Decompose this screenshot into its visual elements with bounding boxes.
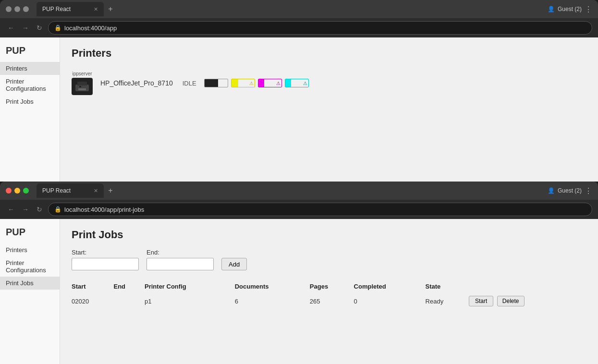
end-field-group: End: — [146, 249, 214, 270]
top-app-area: PUP Printers Printer Configurations Prin… — [0, 37, 598, 182]
sidebar-item-printers-top[interactable]: Printers — [0, 62, 60, 75]
add-button[interactable]: Add — [221, 258, 247, 270]
ink-bar-yellow: ⚠ — [231, 79, 255, 87]
back-btn-bottom[interactable]: ← — [6, 204, 16, 215]
top-addressbar: ← → ↻ 🔒 localhost:4000/app — [0, 18, 598, 37]
cell-actions: Start Delete — [469, 293, 586, 309]
ink-bar-black — [204, 79, 228, 87]
start-button[interactable]: Start — [469, 296, 493, 306]
printer-svg — [74, 81, 90, 92]
account-icon: 👤 — [548, 6, 555, 12]
traffic-lights-bottom — [6, 188, 29, 194]
printer-icon-container: ippserver — [72, 71, 93, 95]
printer-card: ippserver HP_OfficeJet_Pro_8710 IDLE — [72, 67, 586, 99]
col-documents: Documents — [235, 280, 310, 293]
ink-bar-cyan: ⚠ — [285, 79, 309, 87]
bottom-titlebar: PUP React ✕ + 👤 Guest (2) ⋮ — [0, 182, 598, 200]
maximize-dot — [23, 6, 29, 12]
printer-name: HP_OfficeJet_Pro_8710 — [100, 79, 173, 87]
new-tab-top[interactable]: + — [104, 2, 117, 16]
bottom-sidebar-nav: Printers Printer Configurations Print Jo… — [0, 243, 60, 290]
sidebar-item-print-jobs-bottom[interactable]: Print Jobs — [0, 277, 60, 290]
ippserver-label: ippserver — [72, 71, 92, 76]
minimize-light[interactable] — [14, 188, 20, 194]
account-area-bottom: 👤 Guest (2) ⋮ — [548, 186, 592, 195]
delete-button[interactable]: Delete — [497, 296, 525, 306]
ink-bars: ⚠ ⚠ ⚠ — [204, 79, 309, 87]
tab-pup-react-top[interactable]: PUP React ✕ — [37, 2, 104, 16]
tab-bar: PUP React ✕ + — [37, 2, 117, 16]
tab-title-top: PUP React — [42, 6, 71, 12]
address-text-bottom: localhost:4000/app/print-jobs — [64, 206, 144, 213]
close-light[interactable] — [6, 188, 12, 194]
traffic-lights-top — [6, 6, 29, 12]
account-label-top: Guest (2) — [558, 6, 582, 12]
tab-close-bottom[interactable]: ✕ — [94, 188, 98, 194]
bottom-main-content: Print Jobs Start: End: Add Start — [60, 219, 598, 364]
svg-rect-2 — [78, 88, 86, 90]
top-sidebar: PUP Printers Printer Configurations Prin… — [0, 37, 60, 182]
col-start: Start — [72, 280, 114, 293]
top-main-content: Printers ippserver HP_OfficeJet_Pro_8710 — [60, 37, 598, 182]
top-titlebar: PUP React ✕ + 👤 Guest (2) ⋮ — [0, 0, 598, 18]
top-browser-window: PUP React ✕ + 👤 Guest (2) ⋮ ← → ↻ 🔒 loca… — [0, 0, 598, 182]
bottom-page-title: Print Jobs — [72, 229, 586, 241]
new-tab-bottom[interactable]: + — [104, 184, 117, 197]
end-input[interactable] — [146, 258, 214, 270]
account-icon-bottom: 👤 — [548, 187, 555, 194]
back-btn-top[interactable]: ← — [6, 22, 16, 34]
cell-printer-config: p1 — [145, 293, 235, 309]
minimize-dot — [14, 6, 20, 12]
table-row: 02020 p1 6 265 0 Ready Start Delete — [72, 293, 586, 309]
cell-pages: 265 — [310, 293, 354, 309]
svg-rect-3 — [79, 86, 81, 87]
menu-dots-top[interactable]: ⋮ — [585, 5, 592, 14]
tab-title-bottom: PUP React — [42, 187, 71, 194]
print-jobs-table: Start End Printer Config Documents Pages… — [72, 280, 586, 309]
account-area-top: 👤 Guest (2) ⋮ — [548, 5, 592, 14]
sidebar-item-printer-configs-bottom[interactable]: Printer Configurations — [0, 256, 60, 277]
start-field-group: Start: — [72, 249, 139, 270]
cyan-ink-warning: ⚠ — [303, 81, 307, 86]
sidebar-item-print-jobs-top[interactable]: Print Jobs — [0, 95, 60, 108]
print-jobs-form: Start: End: Add — [72, 249, 586, 270]
bottom-sidebar: PUP Printers Printer Configurations Prin… — [0, 219, 60, 364]
tab-close-top[interactable]: ✕ — [94, 6, 98, 12]
sidebar-item-printer-configs-top[interactable]: Printer Configurations — [0, 75, 60, 95]
maximize-light[interactable] — [23, 188, 29, 194]
forward-btn-top[interactable]: → — [20, 22, 31, 34]
end-label: End: — [146, 249, 214, 256]
cell-documents: 6 — [235, 293, 310, 309]
col-state: State — [426, 280, 469, 293]
svg-rect-1 — [77, 82, 87, 85]
cell-start: 02020 — [72, 293, 114, 309]
reload-btn-top[interactable]: ↻ — [35, 22, 44, 34]
lock-icon-bottom: 🔒 — [54, 206, 61, 213]
col-end: End — [114, 280, 145, 293]
tab-bar-bottom: PUP React ✕ + — [37, 183, 117, 198]
address-input-bottom[interactable]: 🔒 localhost:4000/app/print-jobs — [48, 203, 592, 216]
table-header-row: Start End Printer Config Documents Pages… — [72, 280, 586, 293]
bottom-app-area: PUP Printers Printer Configurations Prin… — [0, 219, 598, 364]
tab-pup-react-bottom[interactable]: PUP React ✕ — [37, 183, 104, 198]
cell-completed: 0 — [354, 293, 426, 309]
close-dot — [6, 6, 12, 12]
top-page-title: Printers — [72, 47, 586, 60]
reload-btn-bottom[interactable]: ↻ — [35, 204, 44, 215]
top-sidebar-nav: Printers Printer Configurations Print Jo… — [0, 62, 60, 108]
start-label: Start: — [72, 249, 139, 256]
magenta-ink-warning: ⚠ — [276, 81, 281, 86]
cell-end — [114, 293, 145, 309]
bottom-addressbar: ← → ↻ 🔒 localhost:4000/app/print-jobs — [0, 200, 598, 219]
top-logo: PUP — [0, 45, 60, 62]
start-input[interactable] — [72, 258, 139, 270]
col-pages: Pages — [310, 280, 354, 293]
sidebar-item-printers-bottom[interactable]: Printers — [0, 243, 60, 256]
forward-btn-bottom[interactable]: → — [20, 204, 31, 215]
table-body: 02020 p1 6 265 0 Ready Start Delete — [72, 293, 586, 309]
table-header: Start End Printer Config Documents Pages… — [72, 280, 586, 293]
lock-icon-top: 🔒 — [54, 24, 61, 31]
address-input-top[interactable]: 🔒 localhost:4000/app — [48, 21, 592, 35]
menu-dots-bottom[interactable]: ⋮ — [585, 186, 592, 195]
yellow-ink-warning: ⚠ — [249, 81, 254, 86]
